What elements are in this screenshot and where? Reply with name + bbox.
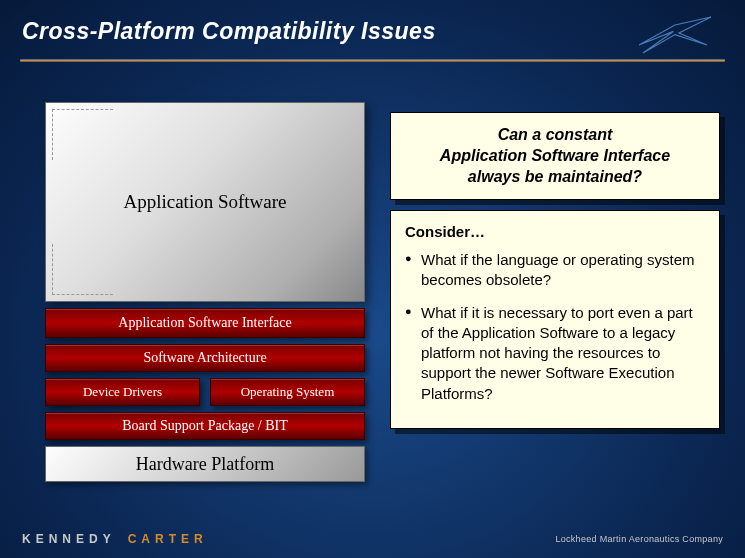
os-label: Operating System bbox=[241, 384, 335, 400]
consider-bullet-2: What if it is necessary to port even a p… bbox=[405, 303, 705, 404]
dd-os-row: Device Drivers Operating System bbox=[45, 378, 365, 406]
software-stack: Application Software Application Softwar… bbox=[45, 102, 365, 482]
layer-operating-system: Operating System bbox=[210, 378, 365, 406]
bsp-label: Board Support Package / BIT bbox=[122, 418, 288, 434]
layer-bsp: Board Support Package / BIT bbox=[45, 412, 365, 440]
kennedy-text: KENNEDY bbox=[22, 532, 116, 546]
layer-asi: Application Software Interface bbox=[45, 308, 365, 338]
hw-label: Hardware Platform bbox=[136, 454, 274, 475]
lockheed-star-icon bbox=[635, 8, 715, 58]
layer-device-drivers: Device Drivers bbox=[45, 378, 200, 406]
carter-text: CARTER bbox=[128, 532, 208, 546]
consider-list: What if the language or operating system… bbox=[405, 250, 705, 404]
kennedy-carter-logo: KENNEDYCARTER bbox=[22, 532, 208, 546]
sa-label: Software Architecture bbox=[143, 350, 266, 366]
consider-bullet-1: What if the language or operating system… bbox=[405, 250, 705, 291]
question-box: Can a constant Application Software Inte… bbox=[390, 112, 720, 200]
consider-box: Consider… What if the language or operat… bbox=[390, 210, 720, 429]
app-sw-label: Application Software bbox=[123, 191, 286, 213]
question-line2: Application Software Interface bbox=[405, 146, 705, 167]
asi-label: Application Software Interface bbox=[118, 315, 291, 331]
question-line1: Can a constant bbox=[405, 125, 705, 146]
content-area: Application Software Application Softwar… bbox=[0, 62, 745, 502]
layer-hardware-platform: Hardware Platform bbox=[45, 446, 365, 482]
footer: KENNEDYCARTER Lockheed Martin Aeronautic… bbox=[22, 532, 723, 546]
layer-application-software: Application Software bbox=[45, 102, 365, 302]
lockheed-text: Lockheed Martin Aeronautics Company bbox=[555, 534, 723, 544]
question-line3: always be maintained? bbox=[405, 167, 705, 188]
header: Cross-Platform Compatibility Issues bbox=[0, 0, 745, 55]
consider-heading: Consider… bbox=[405, 223, 705, 240]
layer-software-architecture: Software Architecture bbox=[45, 344, 365, 372]
dd-label: Device Drivers bbox=[83, 384, 162, 400]
